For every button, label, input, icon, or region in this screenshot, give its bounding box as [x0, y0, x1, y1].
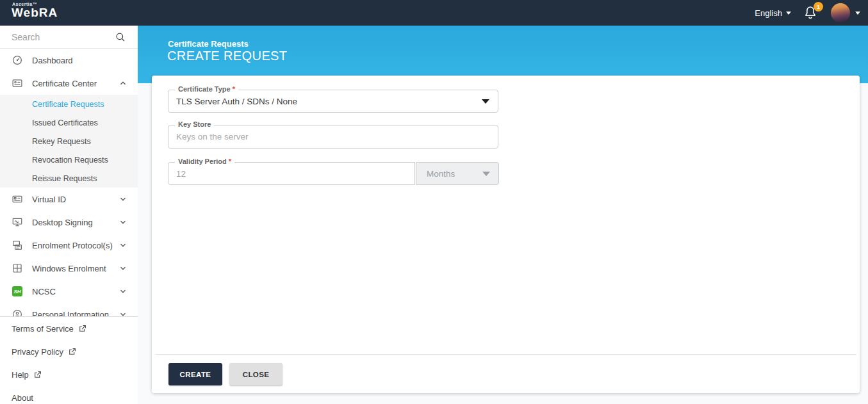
chevron-up-icon	[119, 79, 127, 88]
dashboard-gauge-icon	[12, 54, 23, 66]
chevron-down-icon	[786, 12, 791, 15]
footer-link-label: Privacy Policy	[12, 347, 63, 357]
sidebar-item-ncsc[interactable]: SH NCSC	[0, 280, 138, 303]
monitor-signature-icon	[12, 216, 23, 228]
sidebar-item-label: Personal Information	[32, 310, 109, 317]
validity-unit-select[interactable]: Months	[416, 162, 499, 185]
page-title: CREATE REQUEST	[167, 49, 287, 63]
sidebar-search	[0, 26, 138, 49]
validity-period-input[interactable]	[168, 163, 414, 184]
avatar	[831, 3, 850, 22]
notifications-button[interactable]: 1	[803, 4, 819, 21]
external-link-icon	[33, 371, 42, 379]
create-button[interactable]: CREATE	[168, 363, 222, 385]
page-header: Certificate Requests CREATE REQUEST	[138, 26, 868, 83]
windows-grid-icon	[12, 263, 23, 274]
privacy-policy-link[interactable]: Privacy Policy	[0, 340, 138, 363]
app-logo[interactable]: Ascertia™ WebRA	[12, 2, 58, 19]
sidebar: Dashboard Certificate Center Certificate…	[0, 26, 138, 404]
id-card-icon	[12, 193, 23, 205]
sidebar-item-desktop-signing[interactable]: Desktop Signing	[0, 211, 138, 234]
footer-link-label: Terms of Service	[12, 324, 74, 334]
sub-item-label: Rekey Requests	[32, 137, 91, 146]
main-content: Certificate Requests CREATE REQUEST Cert…	[138, 26, 868, 404]
sh-badge-text: SH	[12, 286, 22, 296]
sidebar-item-virtual-id[interactable]: Virtual ID	[0, 188, 138, 211]
external-link-icon	[68, 348, 76, 356]
language-selector[interactable]: English	[755, 8, 791, 18]
create-request-card: Certificate Type* TLS Server Auth / SDNs…	[152, 76, 860, 393]
chevron-down-icon	[119, 264, 127, 273]
search-icon[interactable]	[115, 31, 126, 43]
certificate-center-submenu: Certificate Requests Issued Certificates…	[0, 95, 138, 188]
chevron-down-icon	[119, 218, 127, 227]
sidebar-item-label: Certificate Center	[32, 79, 97, 88]
user-menu[interactable]	[831, 3, 860, 22]
breadcrumb: Certificate Requests	[168, 39, 249, 49]
sidebar-item-label: Desktop Signing	[32, 218, 93, 227]
sidebar-item-label: Dashboard	[32, 56, 73, 65]
terms-of-service-link[interactable]: Terms of Service	[0, 317, 138, 340]
sidebar-item-windows-enrolment[interactable]: Windows Enrolment	[0, 257, 138, 280]
language-label: English	[755, 8, 782, 18]
key-store-input[interactable]	[168, 125, 498, 148]
card-footer-divider	[155, 354, 856, 355]
top-bar: Ascertia™ WebRA English 1	[0, 0, 868, 26]
certificate-card-icon	[12, 77, 23, 89]
green-sh-badge-icon: SH	[12, 286, 23, 297]
person-circle-icon	[12, 309, 23, 316]
sidebar-item-label: Virtual ID	[32, 195, 66, 204]
help-link[interactable]: Help	[0, 363, 138, 386]
sidebar-footer: Terms of Service Privacy Policy Help	[0, 316, 138, 404]
about-link[interactable]: About	[0, 386, 138, 404]
chevron-down-icon	[855, 12, 860, 15]
sub-item-label: Revocation Requests	[32, 156, 108, 165]
dropdown-caret-icon	[482, 99, 489, 104]
sub-item-label: Reissue Requests	[32, 174, 97, 183]
sidebar-item-label: Windows Enrolment	[32, 264, 106, 273]
sidebar-item-dashboard[interactable]: Dashboard	[0, 49, 138, 72]
sidebar-item-reissue-requests[interactable]: Reissue Requests	[0, 169, 138, 188]
dropdown-caret-icon	[482, 172, 490, 176]
sidebar-item-certificate-requests[interactable]: Certificate Requests	[0, 95, 138, 113]
validity-unit-value: Months	[427, 163, 455, 184]
sidebar-item-issued-certificates[interactable]: Issued Certificates	[0, 113, 138, 132]
sidebar-item-personal-information[interactable]: Personal Information	[0, 303, 138, 316]
sidebar-item-label: NCSC	[32, 287, 56, 296]
footer-link-label: About	[12, 393, 33, 403]
external-link-icon	[78, 325, 86, 333]
sidebar-item-label: Enrolment Protocol(s)	[32, 241, 113, 250]
validity-period-field: Validity Period* Months	[168, 162, 415, 185]
sub-item-label: Certificate Requests	[32, 100, 104, 109]
chevron-down-icon	[119, 241, 127, 250]
brand-product: WebRA	[12, 6, 58, 19]
stacked-cards-icon	[12, 239, 23, 251]
footer-link-label: Help	[12, 370, 29, 380]
certificate-type-value: TLS Server Auth / SDNs / None	[176, 90, 297, 112]
sidebar-item-revocation-requests[interactable]: Revocation Requests	[0, 150, 138, 169]
chevron-down-icon	[119, 195, 127, 204]
sidebar-item-rekey-requests[interactable]: Rekey Requests	[0, 132, 138, 150]
key-store-field: Key Store	[168, 125, 498, 149]
search-input[interactable]	[12, 29, 111, 45]
chevron-down-icon	[119, 310, 127, 316]
close-button[interactable]: CLOSE	[229, 363, 283, 385]
sidebar-item-enrolment-protocols[interactable]: Enrolment Protocol(s)	[0, 234, 138, 257]
sidebar-nav: Dashboard Certificate Center Certificate…	[0, 49, 138, 316]
sub-item-label: Issued Certificates	[32, 118, 98, 127]
chevron-down-icon	[119, 287, 127, 296]
sidebar-item-certificate-center[interactable]: Certificate Center	[0, 72, 138, 95]
notification-count-badge: 1	[814, 2, 823, 12]
certificate-type-select[interactable]: Certificate Type* TLS Server Auth / SDNs…	[168, 90, 498, 113]
